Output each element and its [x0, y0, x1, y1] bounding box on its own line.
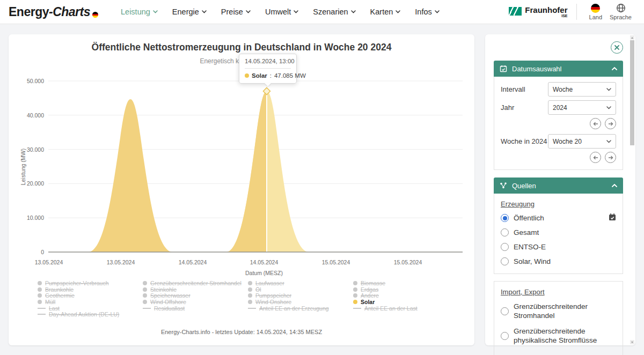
series-marker-icon: [353, 287, 357, 292]
calendar-check-icon[interactable]: [608, 213, 617, 221]
chevron-up-icon: [612, 184, 617, 187]
page: Energy-Charts Leistung Energie Preise: [0, 0, 644, 355]
legend-item[interactable]: Grenzüberschreitender Stromhandel: [143, 280, 247, 286]
y-tick: 50.000: [27, 78, 44, 84]
legend-item[interactable]: Öl: [248, 286, 353, 293]
legend-item[interactable]: Wind Onshore: [248, 299, 353, 305]
radio-icon: [501, 257, 509, 265]
legend-item[interactable]: Anteil EE an der Erzeugung: [248, 305, 353, 312]
scroll-down-button[interactable]: [630, 340, 634, 344]
series-marker-icon: [143, 300, 147, 304]
next-year-button[interactable]: [605, 118, 616, 129]
week-field-row: Woche in 2024 Woche 20: [501, 134, 616, 149]
x-tick: 14.05.2024: [179, 259, 207, 265]
legend-item[interactable]: Speicherwasser: [143, 292, 247, 299]
series-marker-icon: [248, 281, 252, 285]
chevron-down-icon: [606, 140, 611, 143]
legend-column: Pumpspeicher-Verbrauch Braunkohle Geothe…: [38, 280, 142, 317]
arrow-up-icon: [631, 37, 633, 39]
nav-item[interactable]: Infos: [415, 8, 439, 16]
legend-column: Grenzüberschreitender Stromhandel Steink…: [143, 280, 247, 311]
legend-item[interactable]: Erdgas: [353, 286, 458, 293]
series-marker-icon: [38, 287, 42, 292]
legend-item[interactable]: Andere: [353, 292, 458, 299]
fraunhofer-ise-sub: ISE: [525, 14, 567, 18]
nav-item[interactable]: Leistung: [121, 8, 158, 16]
y-tick: 20.000: [27, 180, 44, 187]
x-axis-label: Datum (MESZ): [245, 270, 283, 276]
legend-item[interactable]: Day-Ahead Auktion (DE-LU): [38, 311, 142, 317]
datumsauswahl-header[interactable]: Datumsauswahl: [494, 61, 623, 77]
legend-item[interactable]: Last: [38, 305, 142, 312]
chevron-down-icon: [606, 88, 611, 91]
previous-year-button[interactable]: [590, 118, 601, 129]
previous-week-button[interactable]: [590, 152, 601, 163]
legend-item[interactable]: Solar: [353, 299, 458, 305]
quellen-header[interactable]: Quellen: [494, 178, 623, 194]
jahr-value: 2024: [553, 104, 567, 112]
radio-option[interactable]: Grenzüberschreitender Stromhandel: [501, 302, 616, 320]
topbar-right: Fraunhofer ISE Land Sprache: [509, 3, 635, 20]
main-nav: Leistung Energie Preise Umwelt: [121, 8, 440, 16]
legend-item[interactable]: Anteil EE an der Last: [353, 305, 458, 312]
legend-item[interactable]: Pumpspeicher: [248, 292, 353, 299]
legend-item[interactable]: Laufwasser: [248, 280, 353, 286]
germany-flag-icon: [591, 4, 600, 13]
radio-option[interactable]: Solar, Wind: [501, 257, 616, 266]
import-export-link[interactable]: Import, Export: [501, 288, 545, 296]
nav-item[interactable]: Karten: [370, 8, 401, 16]
chevron-up-icon: [612, 67, 617, 70]
legend-item[interactable]: Müll: [38, 299, 142, 305]
radio-icon: [501, 214, 509, 222]
legend-item[interactable]: Pumpspeicher-Verbrauch: [38, 280, 142, 286]
chevron-down-icon: [435, 10, 440, 13]
close-sidebar-button[interactable]: [611, 41, 623, 54]
woche-select[interactable]: Woche 20: [548, 134, 616, 149]
energy-charts-logo[interactable]: Energy-Charts: [9, 5, 98, 19]
nav-item[interactable]: Szenarien: [313, 8, 355, 16]
radio-icon: [501, 243, 509, 251]
erzeugung-link[interactable]: Erzeugung: [501, 200, 535, 208]
series-marker-icon: [248, 308, 256, 309]
legend-item[interactable]: Steinkohle: [143, 286, 247, 293]
intervall-value: Woche: [553, 86, 573, 93]
next-week-button[interactable]: [605, 152, 616, 163]
legend-item[interactable]: Biomasse: [353, 280, 458, 286]
nav-item[interactable]: Preise: [221, 8, 251, 16]
legend-item[interactable]: Geothermie: [38, 292, 142, 299]
panel-title: Datumsauswahl: [512, 65, 607, 73]
arrow-left-icon: [593, 156, 598, 160]
intervall-select[interactable]: Woche: [548, 82, 616, 97]
fraunhofer-glyph-icon: [509, 7, 522, 16]
radio-option[interactable]: Grenzüberschreitende physikalische Strom…: [501, 327, 616, 345]
chevron-down-icon: [202, 10, 207, 13]
y-tick: 10.000: [27, 215, 44, 221]
tooltip-value: 47.085 MW: [274, 72, 306, 79]
y-axis-ticks: 50.000 40.000 30.000 20.000 10.000 0: [27, 78, 44, 255]
legend-item[interactable]: Braunkohle: [38, 286, 142, 293]
arrow-left-icon: [593, 122, 598, 126]
radio-option[interactable]: ENTSO-E: [501, 242, 616, 252]
radio-icon: [501, 307, 509, 315]
calendar-icon: [500, 65, 507, 72]
arrow-down-icon: [631, 342, 633, 343]
nav-item[interactable]: Energie: [172, 8, 207, 16]
land-button[interactable]: Land: [589, 4, 602, 20]
legend-item[interactable]: Wind Offshore: [143, 299, 247, 305]
legend-item[interactable]: Residuallast: [143, 305, 247, 312]
radio-option[interactable]: Öffentlich: [501, 213, 616, 223]
scroll-up-button[interactable]: [630, 35, 634, 40]
fraunhofer-ise-logo[interactable]: Fraunhofer ISE: [509, 6, 567, 18]
nav-item[interactable]: Umwelt: [265, 8, 298, 16]
sprache-button[interactable]: Sprache: [610, 3, 632, 20]
solar-area-day1[interactable]: [89, 99, 172, 252]
scrollbar-thumb[interactable]: [630, 40, 634, 145]
top-navigation-bar: Energy-Charts Leistung Energie Preise: [0, 0, 644, 24]
logo-text-italic: -Charts: [49, 5, 90, 19]
sidebar-scrollbar[interactable]: [630, 35, 634, 344]
x-axis-ticks: 13.05.2024 13.05.2024 14.05.2024 14.05.2…: [35, 259, 422, 265]
radio-icon: [501, 332, 509, 340]
legend-column: Biomasse Erdgas Andere Solar: [353, 280, 458, 311]
radio-option[interactable]: Gesamt: [501, 228, 616, 237]
jahr-select[interactable]: 2024: [548, 100, 616, 115]
